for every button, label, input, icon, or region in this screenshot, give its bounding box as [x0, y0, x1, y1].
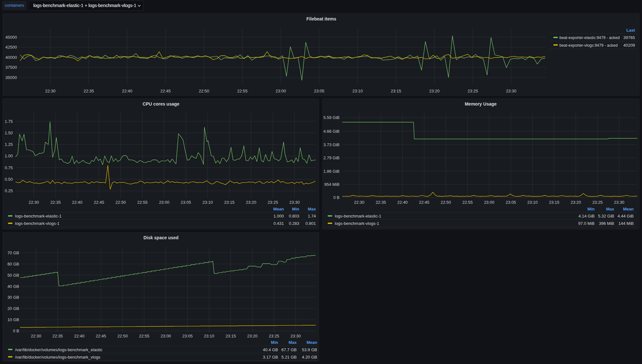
svg-text:22:45: 22:45	[160, 89, 171, 93]
svg-text:40 GB: 40 GB	[7, 284, 19, 289]
svg-text:1.75: 1.75	[5, 119, 13, 124]
svg-text:22:55: 22:55	[137, 200, 148, 205]
svg-text:23:25: 23:25	[592, 200, 603, 205]
svg-text:22:30: 22:30	[28, 200, 39, 205]
svg-text:/var/lib/docker/volumes/logs-b: /var/lib/docker/volumes/logs-benchmark_e…	[15, 347, 103, 352]
svg-text:4.20 GB: 4.20 GB	[302, 355, 317, 360]
svg-text:0.283: 0.283	[289, 221, 299, 226]
svg-text:22:35: 22:35	[52, 334, 63, 338]
svg-text:Max: Max	[308, 207, 316, 211]
svg-text:Filebeat items: Filebeat items	[306, 16, 336, 21]
svg-text:22:50: 22:50	[199, 89, 209, 93]
svg-text:70 GB: 70 GB	[7, 250, 19, 255]
svg-text:22:45: 22:45	[419, 200, 429, 205]
svg-text:23:25: 23:25	[468, 89, 478, 93]
svg-text:97.0 MiB: 97.0 MiB	[578, 221, 595, 226]
svg-text:22:35: 22:35	[84, 89, 94, 93]
svg-text:1.74: 1.74	[308, 214, 316, 218]
svg-text:30 GB: 30 GB	[7, 295, 19, 300]
svg-text:Max: Max	[606, 207, 614, 211]
svg-text:0 B: 0 B	[13, 328, 19, 333]
svg-text:0.50: 0.50	[5, 177, 13, 182]
svg-text:40000: 40000	[5, 55, 17, 60]
svg-text:954 MiB: 954 MiB	[324, 182, 340, 187]
svg-text:23:05: 23:05	[314, 89, 325, 93]
svg-text:logs-benchmark-vlogs-1: logs-benchmark-vlogs-1	[15, 221, 60, 226]
svg-text:22:50: 22:50	[441, 200, 451, 205]
svg-text:23:05: 23:05	[506, 200, 516, 205]
svg-text:35000: 35000	[5, 75, 17, 80]
svg-text:23:15: 23:15	[226, 334, 236, 338]
svg-text:22:45: 22:45	[94, 200, 104, 205]
svg-text:144 MiB: 144 MiB	[618, 221, 634, 226]
svg-text:Mean: Mean	[307, 340, 317, 345]
svg-text:Disk space used: Disk space used	[143, 235, 179, 240]
svg-text:22:30: 22:30	[31, 334, 41, 338]
svg-text:22:30: 22:30	[354, 200, 365, 205]
svg-text:20 GB: 20 GB	[7, 306, 19, 311]
svg-text:Max: Max	[289, 340, 297, 345]
svg-text:5.32 GiB: 5.32 GiB	[598, 214, 614, 218]
svg-text:50 GB: 50 GB	[7, 273, 19, 278]
svg-text:23:00: 23:00	[484, 200, 494, 205]
svg-text:23:00: 23:00	[159, 200, 170, 205]
svg-text:22:35: 22:35	[50, 200, 61, 205]
svg-text:22:40: 22:40	[74, 334, 84, 338]
svg-text:5.59 GiB: 5.59 GiB	[323, 115, 340, 120]
svg-text:23:00: 23:00	[276, 89, 286, 93]
svg-text:1.86 GiB: 1.86 GiB	[323, 169, 340, 174]
svg-text:0.801: 0.801	[305, 221, 316, 226]
svg-text:42500: 42500	[5, 45, 17, 50]
svg-text:5.21 GB: 5.21 GB	[281, 355, 297, 360]
svg-text:Min: Min	[588, 207, 595, 211]
svg-text:23:10: 23:10	[204, 334, 214, 338]
svg-text:45000: 45000	[5, 35, 17, 40]
svg-text:Mean: Mean	[273, 207, 284, 211]
svg-text:/var/lib/docker/volumes/logs-b: /var/lib/docker/volumes/logs-benchmark_v…	[15, 355, 100, 360]
svg-text:beat-exporter-elastic:9479 - a: beat-exporter-elastic:9479 - acked	[559, 36, 620, 40]
svg-text:Min: Min	[271, 340, 278, 345]
svg-text:23:20: 23:20	[246, 200, 256, 205]
svg-text:4.66 GiB: 4.66 GiB	[323, 129, 340, 134]
svg-text:23:15: 23:15	[549, 200, 559, 205]
svg-text:23:10: 23:10	[202, 200, 213, 205]
svg-text:22:55: 22:55	[462, 200, 473, 205]
svg-text:1.50: 1.50	[5, 131, 13, 135]
svg-text:23:30: 23:30	[506, 89, 517, 93]
svg-text:CPU cores usage: CPU cores usage	[142, 101, 179, 107]
svg-text:40.4 GB: 40.4 GB	[263, 347, 278, 352]
svg-text:0.803: 0.803	[289, 214, 299, 218]
svg-text:23:25: 23:25	[269, 334, 279, 338]
svg-text:Min: Min	[292, 207, 299, 211]
svg-text:0 B: 0 B	[333, 195, 340, 200]
svg-text:Last: Last	[626, 28, 635, 33]
svg-text:0.75: 0.75	[5, 165, 13, 170]
svg-text:4.44 GiB: 4.44 GiB	[617, 214, 634, 218]
svg-text:23:30: 23:30	[290, 334, 301, 338]
svg-text:logs-benchmark-elastic-1: logs-benchmark-elastic-1	[335, 214, 381, 218]
svg-text:23:10: 23:10	[352, 89, 363, 93]
svg-text:40209: 40209	[623, 43, 635, 48]
svg-text:396 MiB: 396 MiB	[599, 221, 614, 226]
svg-text:beat-exporter-vlogs:9479 - ack: beat-exporter-vlogs:9479 - acked	[559, 43, 618, 48]
svg-text:22:55: 22:55	[237, 89, 248, 93]
svg-text:4.14 GiB: 4.14 GiB	[578, 214, 595, 218]
svg-text:37500: 37500	[5, 65, 17, 70]
svg-text:60 GB: 60 GB	[7, 262, 19, 266]
svg-text:53.9 GB: 53.9 GB	[302, 347, 317, 352]
svg-text:1.25: 1.25	[5, 142, 13, 147]
svg-text:1.000: 1.000	[273, 214, 284, 218]
svg-text:22:45: 22:45	[96, 334, 106, 338]
svg-text:22:35: 22:35	[376, 200, 386, 205]
svg-text:logs-benchmark-elastic-1: logs-benchmark-elastic-1	[15, 214, 61, 218]
svg-text:39765: 39765	[623, 35, 635, 40]
svg-text:23:20: 23:20	[571, 200, 581, 205]
svg-text:23:05: 23:05	[181, 200, 191, 205]
svg-text:3.17 GB: 3.17 GB	[263, 355, 278, 360]
svg-text:23:15: 23:15	[224, 200, 235, 205]
svg-text:23:30: 23:30	[614, 200, 624, 205]
svg-text:23:00: 23:00	[161, 334, 171, 338]
svg-text:2.79 GiB: 2.79 GiB	[323, 155, 340, 160]
svg-text:23:15: 23:15	[391, 89, 401, 93]
svg-text:Memory Usage: Memory Usage	[465, 101, 497, 107]
